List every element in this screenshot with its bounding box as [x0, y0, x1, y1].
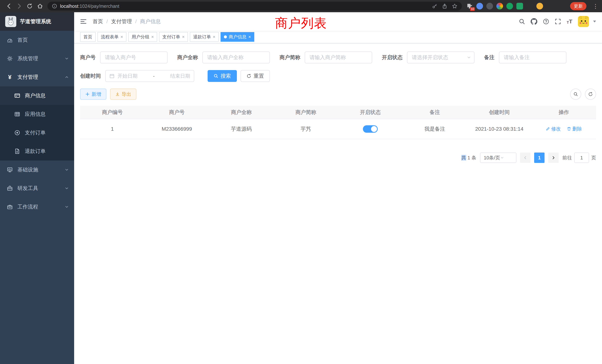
tab-user-group[interactable]: 用户分组× — [128, 32, 157, 42]
next-page-button[interactable] — [548, 152, 559, 163]
page-size-select[interactable]: 10条/页 — [480, 152, 516, 163]
site-info-icon[interactable] — [52, 3, 57, 9]
caret-down-icon[interactable] — [593, 21, 596, 22]
add-button[interactable]: 新增 — [80, 89, 106, 100]
tab-pay-order[interactable]: 支付订单× — [159, 32, 188, 42]
back-arrow-icon — [6, 3, 12, 9]
remark-input[interactable] — [499, 52, 566, 63]
fullscreen-icon[interactable] — [555, 18, 561, 25]
refresh-table-button[interactable] — [585, 89, 596, 100]
sidebar-item-system[interactable]: 系统管理 — [0, 49, 74, 68]
tab-process-form[interactable]: 流程表单× — [97, 32, 126, 42]
tab-refund-order[interactable]: 退款订单× — [190, 32, 219, 42]
close-icon[interactable]: × — [248, 35, 251, 39]
sidebar-item-dev-tools[interactable]: 研发工具 — [0, 179, 74, 198]
sidebar-item-infrastructure[interactable]: 基础设施 — [0, 161, 74, 179]
status-select[interactable]: 请选择开启状态 — [407, 52, 474, 63]
create-time-range-picker[interactable]: 开始日期 - 结束日期 — [105, 70, 194, 82]
chevron-down-icon — [64, 205, 69, 209]
github-icon[interactable] — [531, 18, 537, 25]
sidebar-item-label: 支付管理 — [17, 74, 38, 81]
create-time-label: 创建时间 — [80, 73, 101, 79]
breadcrumb-separator: / — [106, 19, 108, 24]
cell-actions: 修改 删除 — [532, 119, 596, 139]
back-button[interactable] — [4, 1, 14, 11]
tab-merchant-info[interactable]: 商户信息× — [221, 32, 254, 42]
merchant-no-label: 商户号 — [80, 54, 96, 61]
top-navbar: 首页 / 支付管理 / 商户信息 TT — [74, 12, 602, 31]
merchant-short-name-input[interactable] — [305, 52, 372, 63]
hamburger-button[interactable] — [80, 18, 87, 25]
page-1-button[interactable]: 1 — [534, 152, 545, 163]
sidebar-item-pay-order[interactable]: 支付订单 — [0, 123, 74, 142]
breadcrumb-home[interactable]: 首页 — [93, 18, 103, 25]
extension-icon-orange[interactable] — [536, 3, 543, 10]
sidebar-menu: 首页 系统管理 ¥ 支付管理 — [0, 31, 74, 216]
share-icon[interactable] — [442, 3, 447, 9]
url-text: localhost:1024/pay/merchant — [60, 3, 119, 9]
search-icon — [573, 92, 578, 96]
sidebar-item-merchant-info[interactable]: 商户信息 — [0, 86, 74, 105]
cell-merchant-no: M233666999 — [145, 119, 209, 139]
extension-icon-gray[interactable] — [486, 3, 493, 10]
user-avatar[interactable] — [578, 16, 589, 27]
sidebar-item-label: 首页 — [17, 36, 28, 43]
breadcrumb-payment[interactable]: 支付管理 — [111, 18, 132, 25]
calendar-icon — [109, 73, 115, 79]
tab-label: 商户信息 — [229, 34, 247, 40]
goto-unit: 页 — [591, 155, 596, 161]
help-icon[interactable] — [543, 18, 549, 25]
close-icon[interactable]: × — [120, 35, 123, 39]
font-size-icon[interactable]: TT — [567, 18, 572, 25]
password-key-icon[interactable] — [432, 3, 437, 9]
sidebar-item-label: 研发工具 — [17, 185, 38, 192]
address-bar[interactable]: localhost:1024/pay/merchant — [47, 2, 462, 11]
close-icon[interactable]: × — [151, 35, 154, 39]
column-header: 备注 — [403, 106, 467, 119]
reset-button-label: 重置 — [254, 73, 264, 79]
home-button[interactable] — [35, 1, 45, 11]
sidebar-item-home[interactable]: 首页 — [0, 31, 74, 49]
page-content: 商户号 商户全称 商户简称 开启状态 请选择开启状态 — [74, 43, 602, 163]
extension-icon-blue[interactable] — [476, 3, 483, 10]
cell-merchant-short-name: 芋艿 — [274, 119, 338, 139]
start-date-placeholder: 开始日期 — [118, 73, 138, 79]
reset-button[interactable]: 重置 — [241, 70, 270, 82]
search-button[interactable]: 搜索 — [208, 70, 237, 82]
merchant-name-input[interactable] — [202, 52, 270, 63]
browser-menu-icon[interactable]: ⋮ — [593, 3, 598, 10]
extension-icon-green-square[interactable] — [516, 3, 523, 10]
column-header: 商户全称 — [209, 106, 274, 119]
close-icon[interactable]: × — [182, 35, 185, 39]
toggle-search-button[interactable] — [570, 89, 581, 100]
tab-home[interactable]: 首页 — [80, 32, 96, 42]
extensions-icon[interactable]: 10 — [466, 3, 473, 10]
edit-link-label: 修改 — [551, 126, 561, 132]
browser-update-button[interactable]: 更新 — [570, 2, 586, 10]
extension-icon-colorful[interactable] — [496, 3, 503, 10]
extension-icon-green-circle[interactable] — [506, 3, 513, 10]
yen-icon: ¥ — [7, 74, 13, 80]
tab-label: 流程表单 — [101, 34, 119, 40]
search-icon[interactable] — [519, 18, 525, 25]
chevron-down-icon — [64, 56, 69, 61]
status-switch[interactable] — [363, 125, 378, 133]
search-button-label: 搜索 — [221, 73, 231, 79]
close-icon[interactable]: × — [213, 35, 215, 39]
edit-link[interactable]: 修改 — [546, 126, 561, 132]
goto-page-input[interactable] — [574, 152, 589, 163]
bookmark-star-icon[interactable] — [452, 3, 457, 9]
merchant-no-input[interactable] — [100, 52, 168, 63]
sidebar-item-payment[interactable]: ¥ 支付管理 — [0, 68, 74, 86]
sidebar-item-refund-order[interactable]: 退款订单 — [0, 142, 74, 161]
sidebar-item-workflow[interactable]: 工作流程 — [0, 198, 74, 216]
sidebar-item-app-info[interactable]: 应用信息 — [0, 105, 74, 123]
forward-button[interactable] — [14, 1, 24, 11]
extension-icon-dark[interactable] — [526, 3, 533, 10]
remark-label: 备注 — [484, 54, 494, 61]
delete-link[interactable]: 删除 — [567, 126, 582, 132]
prev-page-button[interactable] — [520, 152, 530, 163]
reload-button[interactable] — [24, 1, 35, 11]
total-count: 共 1 条 — [461, 155, 476, 161]
export-button[interactable]: 导出 — [110, 89, 136, 100]
